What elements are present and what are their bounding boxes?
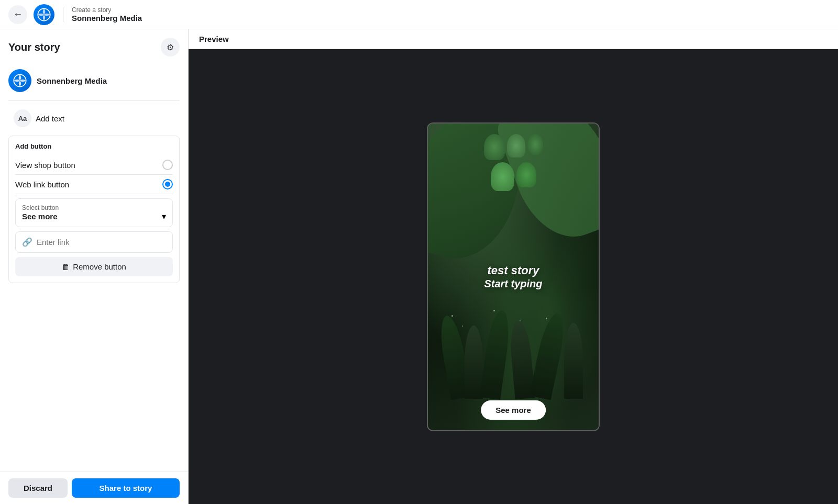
view-shop-row[interactable]: View shop button: [15, 155, 173, 175]
see-more-button[interactable]: See more: [481, 400, 546, 420]
topbar: ← Create a story Sonnenberg Media: [0, 0, 838, 29]
discard-button[interactable]: Discard: [8, 478, 68, 498]
story-card: test story Start typing See more: [427, 122, 600, 431]
select-small-label: Select button: [22, 204, 166, 211]
left-footer: Discard Share to story: [0, 472, 188, 504]
left-panel: Your story ⚙ Sonnenberg Media Aa Add tex…: [0, 29, 189, 504]
web-link-row[interactable]: Web link button: [15, 175, 173, 194]
web-link-label: Web link button: [15, 180, 69, 189]
preview-label: Preview: [199, 35, 229, 43]
select-value: See more: [22, 212, 58, 221]
link-icon: 🔗: [22, 237, 32, 247]
aa-badge: Aa: [14, 109, 31, 127]
preview-area: test story Start typing See more Aa Head…: [189, 49, 838, 504]
divider-1: [8, 100, 180, 101]
succulents: [482, 134, 545, 191]
add-button-label: Add button: [15, 142, 173, 150]
add-button-section: Add button View shop button Web link but…: [8, 136, 180, 283]
topbar-divider: [63, 7, 63, 22]
topbar-account-name: Sonnenberg Media: [72, 14, 142, 23]
enter-link-field[interactable]: 🔗: [15, 231, 173, 253]
story-main-text: test story: [428, 263, 599, 278]
web-link-radio[interactable]: [162, 179, 173, 189]
app-logo: [34, 4, 54, 25]
left-content: Your story ⚙ Sonnenberg Media Aa Add tex…: [0, 29, 188, 472]
select-value-row: See more ▾: [22, 211, 166, 221]
story-background: test story Start typing See more: [428, 124, 599, 430]
account-name: Sonnenberg Media: [37, 76, 107, 85]
account-avatar: [8, 69, 31, 92]
view-shop-radio[interactable]: [162, 160, 173, 170]
account-row: Sonnenberg Media: [8, 65, 180, 96]
topbar-info: Create a story Sonnenberg Media: [72, 6, 142, 23]
remove-button[interactable]: 🗑 Remove button: [15, 257, 173, 276]
enter-link-input[interactable]: [37, 238, 166, 247]
dots-overlay: [436, 294, 588, 388]
your-story-header: Your story ⚙: [8, 38, 180, 57]
add-text-label: Add text: [36, 114, 64, 123]
dropdown-chevron-icon: ▾: [162, 211, 166, 221]
create-label: Create a story: [72, 6, 142, 14]
main-layout: Your story ⚙ Sonnenberg Media Aa Add tex…: [0, 29, 838, 504]
settings-button[interactable]: ⚙: [161, 38, 180, 57]
story-text-overlay: test story Start typing: [428, 263, 599, 290]
your-story-title: Your story: [8, 41, 60, 53]
share-to-story-button[interactable]: Share to story: [72, 478, 180, 498]
view-shop-label: View shop button: [15, 161, 75, 170]
add-text-button[interactable]: Aa Add text: [8, 105, 180, 131]
story-sub-text: Start typing: [428, 278, 599, 290]
remove-button-label: Remove button: [73, 262, 126, 271]
select-button-dropdown[interactable]: Select button See more ▾: [15, 198, 173, 227]
right-panel: Preview: [189, 29, 838, 504]
trash-icon: 🗑: [62, 262, 70, 271]
preview-bar: Preview: [189, 29, 838, 49]
back-button[interactable]: ←: [8, 5, 27, 24]
